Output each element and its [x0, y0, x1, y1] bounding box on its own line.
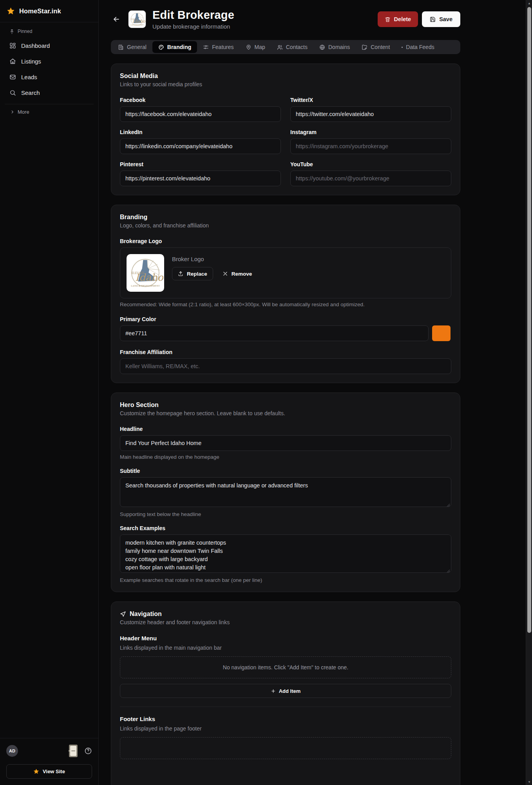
replace-logo-button[interactable]: Replace: [172, 267, 213, 280]
help-icon[interactable]: [84, 747, 92, 755]
main-area: ELEVATE Idaho LAND & DEVELOPMENT Edit Br…: [99, 0, 532, 785]
sidebar-item-listings[interactable]: Listings: [5, 54, 94, 69]
primary-color-swatch[interactable]: [432, 325, 451, 341]
brokerage-logo-label: Brokerage Logo: [120, 238, 451, 244]
clipped-dot-icon: [402, 47, 403, 48]
sidebar-footer: AD: [0, 738, 98, 785]
scrollbar-up-arrow[interactable]: ▲: [526, 0, 532, 6]
section-divider: [120, 707, 451, 707]
tab-general[interactable]: General: [112, 41, 152, 53]
subtitle-help: Supporting text below the headline: [120, 511, 451, 517]
branding-title: Branding: [120, 214, 451, 221]
avatar[interactable]: AD: [6, 745, 18, 757]
svg-text:Idaho: Idaho: [135, 272, 163, 283]
youtube-input[interactable]: [290, 171, 451, 186]
search-examples-textarea[interactable]: modern kitchen with granite countertops …: [120, 534, 451, 573]
headline-label: Headline: [120, 426, 451, 432]
building-icon: [118, 44, 124, 50]
hero-section-card: Hero Section Customize the homepage hero…: [111, 392, 460, 592]
headline-input[interactable]: [120, 435, 451, 451]
search-examples-label: Search Examples: [120, 525, 451, 531]
linkedin-label: LinkedIn: [120, 129, 281, 135]
youtube-label: YouTube: [290, 161, 451, 167]
branding-subtitle: Logo, colors, and franchise affiliation: [120, 222, 451, 229]
pin-icon: [9, 29, 14, 34]
scrollbar[interactable]: ▲ ▼: [526, 0, 532, 785]
palette-icon: [158, 44, 164, 50]
instagram-label: Instagram: [290, 129, 451, 135]
instagram-input[interactable]: [290, 138, 451, 154]
svg-text:LAND & DEVELOPMENT: LAND & DEVELOPMENT: [130, 24, 144, 26]
back-button[interactable]: [111, 14, 122, 25]
social-media-card: Social Media Links to your social media …: [111, 64, 460, 195]
add-item-button[interactable]: Add Item: [120, 684, 451, 698]
brand-row[interactable]: HomeStar.ink: [0, 0, 98, 22]
primary-color-label: Primary Color: [120, 316, 451, 322]
brokerage-logo-thumbnail: ELEVATE Idaho LAND & DEVELOPMENT: [128, 10, 146, 28]
header-menu-subtitle: Links displayed in the main navigation b…: [120, 645, 451, 651]
primary-color-input[interactable]: [120, 325, 429, 341]
subtitle-textarea[interactable]: Search thousands of properties with natu…: [120, 477, 451, 507]
dashboard-grid-icon: [9, 42, 16, 49]
footer-links-subtitle: Links displayed in the page footer: [120, 725, 451, 732]
headline-help: Main headline displayed on the homepage: [120, 454, 451, 460]
delete-button[interactable]: Delete: [378, 11, 418, 27]
header-menu-empty-state: No navigation items. Click "Add Item" to…: [120, 656, 451, 678]
page-subtitle: Update brokerage information: [152, 23, 234, 30]
upload-icon: [178, 271, 183, 276]
sidebar-nav: Pinned Dashboard Listings: [0, 22, 98, 120]
facebook-input[interactable]: [120, 106, 281, 122]
sidebar-item-dashboard[interactable]: Dashboard: [5, 38, 94, 53]
navigation-card: Navigation Customize header and footer n…: [111, 601, 460, 785]
linkedin-input[interactable]: [120, 138, 281, 154]
search-icon: [9, 89, 16, 96]
tab-map[interactable]: Map: [240, 41, 271, 53]
footer-links-title: Footer Links: [120, 716, 451, 722]
pinterest-input[interactable]: [120, 171, 281, 186]
save-icon: [430, 16, 436, 22]
scrollbar-down-arrow[interactable]: ▼: [526, 779, 532, 785]
social-media-subtitle: Links to your social media profiles: [120, 81, 451, 87]
franchise-label: Franchise Affiliation: [120, 349, 451, 355]
twitter-label: Twitter/X: [290, 97, 451, 103]
twitter-input[interactable]: [290, 106, 451, 122]
broker-logo-caption: Broker Logo: [172, 256, 256, 262]
remove-logo-button[interactable]: Remove: [219, 267, 256, 280]
x-icon: [223, 271, 228, 276]
sidebar: HomeStar.ink Pinned Dashboard: [0, 0, 99, 785]
tab-content[interactable]: Content: [356, 41, 396, 53]
tab-domains[interactable]: Domains: [313, 41, 356, 53]
footer-links-empty-state: [120, 737, 451, 759]
tab-contacts[interactable]: Contacts: [271, 41, 313, 53]
pinterest-label: Pinterest: [120, 161, 281, 167]
logo-recommendation: Recommended: Wide format (2:1 ratio), at…: [120, 302, 451, 307]
brand-title: HomeStar.ink: [19, 7, 61, 15]
logo-upload-frame: ELEVATE Idaho LAND & DEVELOPMENT Broker …: [120, 247, 451, 298]
sidebar-more[interactable]: More: [5, 104, 94, 120]
field-twitter: Twitter/X: [290, 97, 451, 122]
branding-card: Branding Logo, colors, and franchise aff…: [111, 205, 460, 383]
tab-features[interactable]: Features: [197, 41, 239, 53]
tab-data-feeds[interactable]: Data Feeds: [396, 41, 440, 53]
star-logo-icon: [7, 7, 15, 15]
subtitle-label: Subtitle: [120, 468, 451, 474]
globe-icon: [319, 44, 325, 50]
navigation-icon: [120, 611, 126, 617]
svg-text:Idaho: Idaho: [132, 18, 145, 24]
sliders-icon: [203, 44, 209, 50]
door-logout-icon[interactable]: [68, 744, 79, 758]
field-instagram: Instagram: [290, 129, 451, 154]
save-button[interactable]: Save: [422, 11, 460, 27]
tab-bar: General Branding: [111, 40, 460, 54]
folder-pen-icon: [362, 44, 367, 50]
header-menu-title: Header Menu: [120, 635, 451, 641]
sidebar-item-search[interactable]: Search: [5, 85, 94, 100]
franchise-input[interactable]: [120, 358, 451, 374]
scrollbar-thumb[interactable]: [527, 7, 531, 633]
field-pinterest: Pinterest: [120, 161, 281, 186]
sidebar-item-leads[interactable]: Leads: [5, 69, 94, 84]
map-pin-icon: [246, 44, 252, 50]
trash-icon: [385, 16, 391, 22]
tab-branding[interactable]: Branding: [152, 41, 197, 53]
view-site-button[interactable]: View Site: [6, 764, 92, 779]
